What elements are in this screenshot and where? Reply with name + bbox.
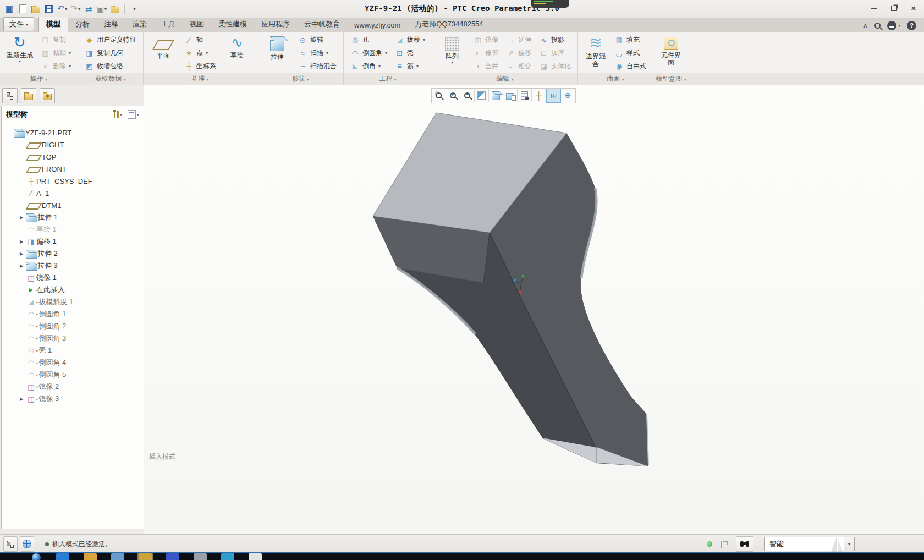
sweep-button[interactable]: ≈扫描▾ bbox=[296, 47, 338, 59]
file-menu-button[interactable]: 文件 ▾ bbox=[3, 17, 34, 31]
tree-item-倒圆角 2[interactable]: ◠▪倒圆角 2 bbox=[2, 320, 144, 332]
collapse-ribbon-button[interactable]: ∧ bbox=[862, 22, 868, 29]
copy-geometry-button[interactable]: ◨复制几何 bbox=[83, 47, 138, 59]
graphics-area[interactable]: ┼⊞⊕ 插入模式 bbox=[144, 85, 924, 535]
fill-button[interactable]: ▦填充 bbox=[613, 34, 648, 46]
taskbar-start-button[interactable] bbox=[32, 553, 42, 560]
tree-item-镜像 2[interactable]: ◫▪镜像 2 bbox=[2, 381, 144, 393]
expand-arrow-icon[interactable]: ▶ bbox=[17, 397, 26, 402]
tree-settings-button[interactable]: ▾ bbox=[128, 110, 139, 119]
expand-arrow-icon[interactable]: ▶ bbox=[17, 239, 26, 244]
thicken-button[interactable]: ⊏加厚 bbox=[537, 47, 573, 59]
zoom-in-button[interactable] bbox=[446, 89, 460, 102]
folder-browser-tab[interactable] bbox=[21, 88, 36, 103]
freestyle-button[interactable]: ◉自由式 bbox=[613, 61, 648, 72]
tree-item-TOP[interactable]: TOP bbox=[2, 151, 144, 163]
tree-item-PRT_CSYS_DEF[interactable]: ┼PRT_CSYS_DEF bbox=[2, 175, 144, 187]
browser-toggle-button[interactable] bbox=[20, 536, 34, 552]
view-manager-button[interactable] bbox=[518, 89, 532, 102]
swept-blend-button[interactable]: ∽扫描混合 bbox=[296, 61, 338, 72]
taskbar-item[interactable] bbox=[166, 553, 179, 560]
ribbon-group-label-编辑[interactable]: 编辑 ▾ bbox=[432, 73, 578, 85]
chamfer-button[interactable]: ◣倒角▾ bbox=[349, 61, 389, 72]
datum-display-filters-button[interactable]: ┼ bbox=[532, 89, 546, 102]
taskbar-item[interactable] bbox=[221, 553, 234, 560]
tree-item-倒圆角 3[interactable]: ◠▪倒圆角 3 bbox=[2, 332, 144, 344]
taskbar-item[interactable] bbox=[194, 553, 207, 560]
tree-item-A_1[interactable]: ⁄A_1 bbox=[2, 187, 144, 199]
minimize-button[interactable] bbox=[868, 3, 880, 13]
round-button[interactable]: ◠倒圆角▾ bbox=[349, 47, 389, 59]
trim-button[interactable]: ◐修剪 bbox=[471, 47, 500, 59]
tree-item-镜像 3[interactable]: ▶◫▪镜像 3 bbox=[2, 393, 144, 405]
find-button[interactable] bbox=[736, 536, 754, 552]
intersect-button[interactable]: ◒相交 bbox=[504, 61, 533, 72]
tree-item-倒圆角 1[interactable]: ◠▪倒圆角 1 bbox=[2, 308, 144, 320]
repaint-button[interactable] bbox=[475, 89, 489, 102]
tree-item-倒圆角 4[interactable]: ◠▪倒圆角 4 bbox=[2, 356, 144, 369]
tree-item-镜像 1[interactable]: ◫镜像 1 bbox=[2, 272, 144, 284]
taskbar-item[interactable] bbox=[56, 553, 69, 560]
taskbar-item[interactable] bbox=[249, 553, 262, 560]
tree-item-拉伸 3[interactable]: ▶拉伸 3 bbox=[2, 260, 144, 272]
search-button[interactable] bbox=[875, 23, 881, 29]
udf-button[interactable]: ◆用户定义特征 bbox=[83, 34, 138, 46]
style-button[interactable]: ◡样式 bbox=[613, 47, 648, 59]
taskbar-item[interactable] bbox=[139, 553, 152, 560]
shrinkwrap-button[interactable]: ◩收缩包络 bbox=[83, 61, 138, 72]
tab-柔性建模[interactable]: 柔性建模 bbox=[211, 17, 254, 32]
ribbon-group-label-工程[interactable]: 工程 ▾ bbox=[344, 73, 432, 85]
tab-万老师QQ734482554[interactable]: 万老师QQ734482554 bbox=[408, 17, 490, 32]
project-button[interactable]: ∿投影 bbox=[537, 34, 573, 46]
pattern-button[interactable]: 阵列▾ bbox=[436, 34, 468, 73]
saved-orientations-button[interactable] bbox=[503, 89, 518, 102]
datum-plane-button[interactable]: 平面 bbox=[147, 34, 179, 73]
tree-item-在此插入[interactable]: ►在此插入 bbox=[2, 284, 144, 296]
restore-button[interactable] bbox=[888, 3, 900, 13]
display-style-button[interactable] bbox=[489, 89, 503, 102]
offset-button[interactable]: ⇗偏移 bbox=[504, 47, 533, 59]
taskbar-item[interactable] bbox=[111, 553, 124, 560]
merge-button[interactable]: ◑合并 bbox=[471, 61, 500, 72]
expand-arrow-icon[interactable]: ▶ bbox=[17, 263, 26, 268]
extrude-button[interactable]: 拉伸 bbox=[261, 34, 293, 73]
ribbon-group-label-曲面[interactable]: 曲面 ▾ bbox=[578, 73, 653, 85]
tree-tools-button[interactable]: ▾ bbox=[114, 111, 122, 118]
flag-icon[interactable] bbox=[721, 541, 727, 548]
tree-item-倒圆角 5[interactable]: ◠▪倒圆角 5 bbox=[2, 369, 144, 381]
annotation-display-button[interactable]: ⊞ bbox=[546, 89, 561, 103]
navigator-toggle-button[interactable] bbox=[3, 536, 18, 552]
sketch-button[interactable]: ∿草绘 bbox=[221, 34, 253, 73]
tree-item-YZF-9-21.PRT[interactable]: YZF-9-21.PRT bbox=[2, 127, 144, 139]
paste-button[interactable]: ▥粘贴▾ bbox=[39, 47, 73, 59]
tree-item-拔模斜度 1[interactable]: ◢▪拔模斜度 1 bbox=[2, 296, 144, 308]
extend-button[interactable]: →延伸 bbox=[504, 34, 533, 46]
ribbon-group-label-操作[interactable]: 操作 ▾ bbox=[0, 73, 78, 85]
zoom-fit-button[interactable] bbox=[432, 89, 446, 102]
tab-渲染[interactable]: 渲染 bbox=[125, 17, 154, 32]
tree-item-DTM1[interactable]: DTM1 bbox=[2, 199, 144, 211]
account-button[interactable]: ▾ bbox=[887, 21, 900, 30]
solidify-button[interactable]: ◪实体化 bbox=[537, 61, 573, 72]
tree-item-偏移 1[interactable]: ▶◨偏移 1 bbox=[2, 235, 144, 248]
zoom-out-button[interactable] bbox=[460, 89, 475, 102]
datum-point-button[interactable]: ∗点▾ bbox=[183, 47, 218, 59]
tab-分析[interactable]: 分析 bbox=[68, 17, 97, 32]
hole-button[interactable]: ◎孔 bbox=[349, 34, 389, 46]
tab-www.yzfjy.com[interactable]: www.yzfjy.com bbox=[347, 19, 408, 32]
mirror-button[interactable]: ◫镜像 bbox=[471, 34, 500, 46]
help-button[interactable] bbox=[907, 21, 916, 30]
boundary-blend-button[interactable]: ≋边界混合 bbox=[582, 34, 609, 73]
taskbar-item[interactable] bbox=[84, 553, 97, 560]
rib-button[interactable]: ≡筋▾ bbox=[393, 61, 427, 72]
expand-arrow-icon[interactable]: ▶ bbox=[17, 215, 26, 220]
draft-button[interactable]: ◢拔模▾ bbox=[393, 34, 427, 46]
ribbon-group-label-模型意图[interactable]: 模型意图 ▾ bbox=[653, 73, 689, 85]
datum-axis-button[interactable]: ⁄轴 bbox=[183, 34, 218, 46]
tree-item-拉伸 2[interactable]: ▶拉伸 2 bbox=[2, 248, 144, 260]
ribbon-group-label-基准[interactable]: 基准 ▾ bbox=[144, 73, 257, 85]
tab-模型[interactable]: 模型 bbox=[38, 17, 68, 32]
close-button[interactable]: × bbox=[908, 3, 920, 13]
tab-应用程序[interactable]: 应用程序 bbox=[254, 17, 297, 32]
component-interface-button[interactable]: 元件界面 bbox=[657, 34, 685, 73]
